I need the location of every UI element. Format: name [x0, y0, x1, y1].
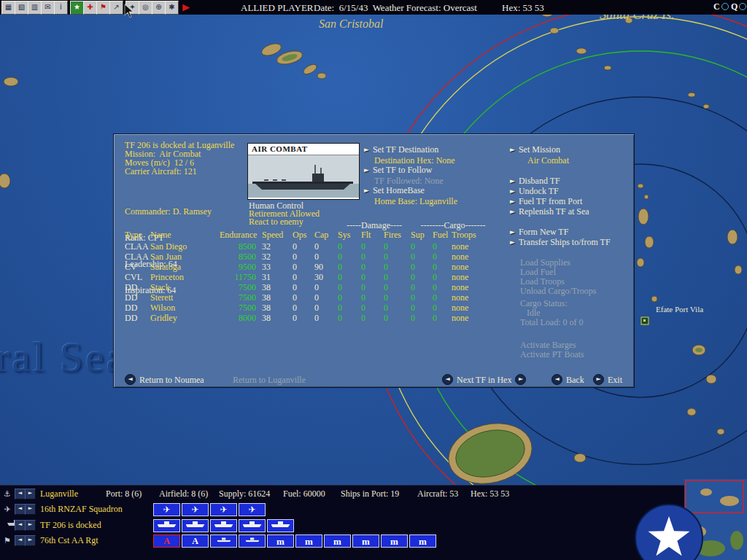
next-air-group-button[interactable]: ►: [25, 504, 36, 515]
return-to-noumea-button[interactable]: ◄ Return to Noumea: [125, 374, 204, 385]
combat-replay-button[interactable]: C: [713, 1, 729, 12]
ship-ops: 0: [293, 241, 314, 252]
base-facility-box[interactable]: m: [324, 534, 351, 548]
ship-sys: 0: [338, 252, 361, 262]
base-facility-box[interactable]: m: [409, 534, 436, 548]
ground-unit-name[interactable]: 76th Cst AA Rgt: [40, 535, 98, 546]
set-mission-button[interactable]: ► Set Mission: [510, 145, 560, 154]
ship-sup: 0: [411, 282, 433, 292]
info-icon[interactable]: i: [54, 1, 68, 15]
landing-craft-box[interactable]: [210, 534, 237, 548]
set-tf-destination-button[interactable]: ► Set TF Destination: [364, 145, 438, 154]
set-tf-to-follow-button[interactable]: ► Set TF to Follow: [364, 166, 432, 174]
ship-row[interactable]: DDWilson7500380000000none: [125, 303, 495, 313]
ship-row[interactable]: CLAASan Diego8500320000000none: [125, 241, 495, 252]
action-arrow-icon: ►: [510, 228, 515, 236]
ship-box[interactable]: [210, 519, 237, 532]
action-arrow-icon: ►: [510, 145, 515, 154]
ship-box[interactable]: [239, 519, 266, 532]
prev-air-group-button[interactable]: ◄: [15, 504, 26, 515]
medical-icon[interactable]: ✚: [83, 1, 97, 15]
ship-row[interactable]: CLAASan Juan8500320000000none: [125, 252, 495, 262]
ship-sup: 0: [411, 303, 433, 313]
form-new-tf-button[interactable]: ►Form New TF: [510, 228, 568, 236]
carrier-silhouette-image: [248, 155, 359, 198]
base-facility-box[interactable]: m: [352, 534, 379, 548]
undock-tf-button[interactable]: ►Undock TF: [510, 187, 559, 195]
back-button[interactable]: ◄ Back: [551, 374, 584, 385]
left-arrow-icon[interactable]: ◄: [442, 374, 453, 385]
action-label: Unload Cargo/Troops: [520, 287, 596, 295]
ship-type: CVL: [125, 272, 150, 282]
ship-sys: 0: [338, 272, 361, 282]
settings-icon[interactable]: ✱: [165, 1, 179, 15]
next-tf-in-hex-button[interactable]: ◄ Next TF in Hex ►: [442, 374, 526, 385]
print-icon[interactable]: ▥: [28, 1, 42, 15]
quit-button[interactable]: Q: [731, 1, 746, 12]
ship-sys: 0: [338, 303, 361, 313]
set-homebase-button[interactable]: ► Set HomeBase: [364, 186, 425, 195]
exit-button[interactable]: ► Exit: [593, 374, 622, 385]
ship-box[interactable]: [182, 519, 209, 532]
base-facility-box[interactable]: m: [381, 534, 408, 548]
disband-tf-button[interactable]: ►Disband TF: [510, 176, 560, 185]
load-icon[interactable]: ▧: [15, 1, 28, 15]
air-group-box[interactable]: ✈: [182, 503, 209, 516]
base-name[interactable]: Luganville: [40, 489, 78, 499]
landing-craft-box[interactable]: [239, 534, 266, 548]
ship-endurance: 11750: [220, 272, 262, 282]
fuel-tf-from-port-button[interactable]: ►Fuel TF from Port: [510, 197, 582, 206]
action-label: Form New TF: [519, 228, 568, 236]
taskforce-name[interactable]: TF 206 is docked: [40, 520, 101, 531]
action-label: Set TF to Follow: [373, 166, 432, 174]
ship-box[interactable]: [153, 519, 180, 532]
action-label: Transfer Ships to/from TF: [519, 238, 611, 246]
topbar-right-buttons: CQ: [713, 0, 747, 15]
star-icon[interactable]: ★: [70, 1, 84, 15]
air-group-name[interactable]: 16th RNZAF Squadron: [40, 504, 123, 515]
zoom-icon[interactable]: ◎: [139, 1, 152, 15]
next-base-button[interactable]: ►: [25, 489, 36, 499]
map-label-san-cristobal: San Cristobal: [319, 18, 383, 31]
ship-row[interactable]: DDGridley8000380000000none: [125, 313, 495, 323]
ship-flt: 0: [361, 262, 384, 272]
ship-row[interactable]: CVLPrinceton117503103000000none: [125, 272, 495, 282]
globe-icon[interactable]: ⊕: [152, 1, 166, 15]
next-ground-unit-button[interactable]: ►: [25, 535, 36, 546]
prev-taskforce-button[interactable]: ◄: [15, 520, 26, 531]
ship-row[interactable]: CVSaratoga95003309000000none: [125, 262, 495, 272]
air-group-box[interactable]: ✈: [153, 503, 180, 516]
next-taskforce-button[interactable]: ►: [25, 520, 36, 531]
flag-icon[interactable]: ⚑: [96, 1, 110, 15]
col-type: Type: [125, 230, 150, 239]
base-facility-icon: m: [362, 537, 370, 546]
tf-reaction-toggle[interactable]: React to enemy: [249, 217, 303, 226]
prev-base-button[interactable]: ◄: [15, 489, 26, 499]
mail-icon[interactable]: ✉: [41, 1, 55, 15]
transfer-ships-button[interactable]: ►Transfer Ships to/from TF: [510, 238, 611, 246]
aa-unit-box[interactable]: A: [153, 534, 180, 548]
air-group-box[interactable]: ✈: [210, 503, 237, 516]
replenish-tf-at-sea-button[interactable]: ►Replenish TF at Sea: [510, 207, 589, 216]
air-group-box[interactable]: ✈: [239, 503, 266, 516]
ship-fires: 0: [384, 262, 411, 272]
ship-row[interactable]: DDStack7500380000000none: [125, 282, 495, 292]
ship-type: CLAA: [125, 252, 150, 262]
save-icon[interactable]: ▦: [1, 1, 15, 15]
ship-cap: 0: [314, 241, 338, 252]
ship-box[interactable]: [267, 519, 294, 532]
ship-sys: 0: [338, 282, 361, 292]
ship-flt: 0: [361, 313, 384, 323]
chart-icon[interactable]: ↗: [109, 1, 123, 15]
base-facility-box[interactable]: m: [267, 534, 294, 548]
prev-ground-unit-button[interactable]: ◄: [15, 535, 26, 546]
ship-row[interactable]: DDSterett7500380000000none: [125, 292, 495, 303]
aa-unit-box[interactable]: A: [182, 534, 209, 548]
right-arrow-icon[interactable]: ►: [515, 374, 526, 385]
tf-commander[interactable]: Commander: D. Ramsey: [125, 207, 212, 216]
ship-name: San Juan: [150, 252, 220, 262]
ship-fires: 0: [384, 292, 411, 303]
next-turn-icon[interactable]: ▶: [182, 1, 190, 12]
base-facility-box[interactable]: m: [295, 534, 322, 548]
action-arrow-icon: ►: [510, 238, 515, 246]
